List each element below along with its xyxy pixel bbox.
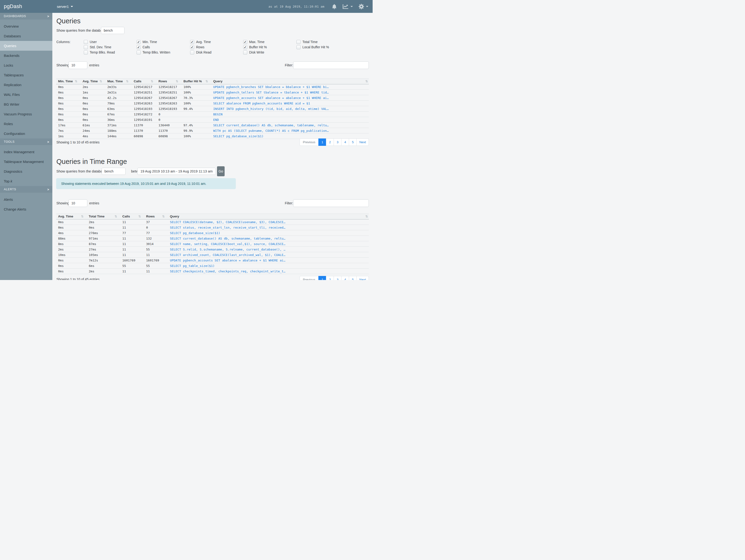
db-input-2[interactable] (102, 168, 126, 175)
sidebar-item-vacuum-progress[interactable]: Vacuum Progress (0, 109, 52, 119)
pagination-previous[interactable]: Previous (299, 138, 319, 146)
column-header-query[interactable]: Query⇅ (168, 214, 369, 219)
column-checkbox-local-buffer-hit-pct[interactable]: Local Buffer Hit % (296, 44, 349, 50)
entries-count-input-1[interactable] (68, 61, 87, 69)
brand-logo[interactable]: pgDash (4, 0, 22, 13)
query-link[interactable]: BEGIN (213, 112, 223, 116)
column-checkbox-calls[interactable]: ✓Calls (137, 44, 189, 50)
charts-menu-button[interactable] (343, 4, 353, 9)
pagination-page-1[interactable]: 1 (318, 138, 326, 146)
sidebar-item-tablespace-management[interactable]: Tablespace Management (0, 157, 52, 167)
column-checkbox-total-time[interactable]: Total Time (296, 39, 349, 44)
query-link[interactable]: SELECT pg_database_size($1) (213, 134, 263, 138)
query-link[interactable]: SELECT current_database() AS db, scheman… (213, 124, 329, 127)
query-link[interactable]: SELECT S.relid, S.schemaname, S.relname,… (170, 248, 285, 251)
pagination-next[interactable]: Next (356, 138, 369, 146)
sidebar-section-tools[interactable]: TOOLS> (0, 138, 52, 145)
sidebar-item-overview[interactable]: Overview (0, 22, 52, 31)
query-link[interactable]: INSERT INTO pgbench_history (tid, bid, a… (213, 107, 329, 111)
column-header-query[interactable]: Query⇅ (211, 79, 369, 84)
query-link[interactable]: SELECT current_database() AS db, scheman… (170, 237, 285, 240)
sidebar-item-roles[interactable]: Roles (0, 119, 52, 129)
filter-input-1[interactable] (293, 61, 369, 69)
sidebar-item-locks[interactable]: Locks (0, 60, 52, 70)
sidebar-item-diagnostics[interactable]: Diagnostics (0, 167, 52, 176)
db-input[interactable] (101, 27, 124, 34)
check-icon: ✓ (191, 40, 193, 43)
column-checkbox-std-dev-time[interactable]: Std. Dev. Time (84, 44, 137, 50)
column-header-min-time[interactable]: Min. Time⇅ (56, 79, 80, 84)
pagination-page-5[interactable]: 5 (349, 276, 357, 280)
sidebar-item-replication[interactable]: Replication (0, 80, 52, 90)
pagination-page-2[interactable]: 2 (326, 276, 334, 280)
query-link[interactable]: UPDATE pgbench_accounts SET abalance = a… (170, 259, 285, 262)
query-link[interactable]: SELECT checkpoints_timed, checkpoints_re… (170, 269, 285, 273)
pagination-page-3[interactable]: 3 (333, 276, 342, 280)
sidebar-item-change-alerts[interactable]: Change Alerts (0, 204, 52, 214)
column-header-buffer-hit-pct[interactable]: Buffer Hit %⇅ (182, 79, 211, 84)
query-link[interactable]: WITH pc AS (SELECT pubname, COUNT(*) AS … (213, 129, 329, 132)
settings-menu-button[interactable] (359, 4, 368, 9)
sidebar-item-wal-files[interactable]: WAL Files (0, 90, 52, 99)
column-checkbox-disk-read[interactable]: Disk Read (190, 50, 243, 55)
time-range-input[interactable] (137, 168, 216, 175)
query-link[interactable]: SELECT status, receive_start_lsn, receiv… (170, 226, 285, 229)
cell-query: UPDATE pgbench_accounts SET abalance = a… (168, 258, 369, 263)
pagination-page-1[interactable]: 1 (318, 276, 326, 280)
column-header-avg-time[interactable]: Avg. Time⇅ (56, 214, 87, 219)
sidebar-section-dashboards[interactable]: DASHBOARDS> (0, 13, 52, 20)
query-link[interactable]: UPDATE pgbench_tellers SET tbalance = tb… (213, 91, 329, 94)
column-checkbox-disk-write[interactable]: Disk Write (243, 50, 296, 55)
server-selector[interactable]: server1 (57, 0, 73, 13)
entries-count-input-2[interactable] (68, 199, 87, 207)
notifications-button[interactable] (332, 4, 337, 9)
query-link[interactable]: SELECT COALESCE(datname, $2), COALESCE(u… (170, 220, 285, 224)
sidebar-item-top-k[interactable]: Top k (0, 176, 52, 186)
column-header-rows[interactable]: Rows⇅ (144, 214, 168, 219)
column-header-max-time[interactable]: Max. Time⇅ (105, 79, 132, 84)
cell-avg-time: 0ms (80, 117, 105, 123)
filter-input-2[interactable] (293, 199, 369, 207)
query-link[interactable]: SELECT name, setting, COALESCE(boot_val,… (170, 242, 285, 246)
column-header-avg-time[interactable]: Avg. Time⇅ (80, 79, 105, 84)
pagination-page-3[interactable]: 3 (333, 138, 342, 146)
cell-total-time: 276ms (87, 230, 120, 236)
cell-calls: 55 (120, 263, 144, 269)
query-link[interactable]: END (213, 118, 219, 122)
pagination-page-2[interactable]: 2 (326, 138, 334, 146)
column-header-rows[interactable]: Rows⇅ (157, 79, 182, 84)
sidebar-item-queries[interactable]: Queries (0, 41, 52, 51)
column-checkbox-temp-blks-written[interactable]: Temp Blks. Written (137, 50, 189, 55)
query-link[interactable]: UPDATE pgbench_accounts SET abalance = a… (213, 96, 329, 100)
sidebar-item-alerts[interactable]: Alerts (0, 195, 52, 204)
sidebar-item-tablespaces[interactable]: Tablespaces (0, 70, 52, 80)
column-header-calls[interactable]: Calls⇅ (120, 214, 144, 219)
column-checkbox-user[interactable]: User (84, 39, 137, 44)
query-link[interactable]: SELECT pg_table_size($1) (170, 264, 215, 268)
sidebar-item-databases[interactable]: Databases (0, 31, 52, 41)
sidebar-item-configuration[interactable]: Configuration (0, 129, 52, 138)
column-checkbox-buffer-hit-pct[interactable]: ✓Buffer Hit % (243, 44, 296, 50)
query-link[interactable]: SELECT pg_database_size($1) (170, 231, 220, 235)
pagination-page-4[interactable]: 4 (341, 276, 349, 280)
go-button[interactable]: Go (217, 166, 225, 176)
column-checkbox-avg-time[interactable]: ✓Avg. Time (190, 39, 243, 44)
pagination-next[interactable]: Next (356, 276, 369, 280)
sidebar-item-index-management[interactable]: Index Management (0, 147, 52, 157)
query-link[interactable]: SELECT archived_count, COALESCE(last_arc… (170, 253, 285, 257)
column-checkbox-rows[interactable]: ✓Rows (190, 44, 243, 50)
pagination-page-5[interactable]: 5 (349, 138, 357, 146)
query-link[interactable]: UPDATE pgbench_branches SET bbalance = b… (213, 85, 329, 89)
query-link[interactable]: SELECT abalance FROM pgbench_accounts WH… (213, 102, 310, 105)
pagination-previous[interactable]: Previous (299, 276, 319, 280)
column-header-calls[interactable]: Calls⇅ (132, 79, 157, 84)
column-header-total-time[interactable]: Total Time⇅ (87, 214, 120, 219)
sidebar-item-backends[interactable]: Backends (0, 51, 52, 60)
sidebar-item-bg-writer[interactable]: BG Writer (0, 99, 52, 109)
column-checkbox-min-time[interactable]: ✓Min. Time (137, 39, 189, 44)
sidebar-section-alerts[interactable]: ALERTS> (0, 186, 52, 193)
pagination-page-4[interactable]: 4 (341, 138, 349, 146)
column-checkbox-max-time[interactable]: ✓Max. Time (243, 39, 296, 44)
sort-icon: ⇅ (81, 215, 84, 218)
column-checkbox-temp-blks-read[interactable]: Temp Blks. Read (84, 50, 137, 55)
